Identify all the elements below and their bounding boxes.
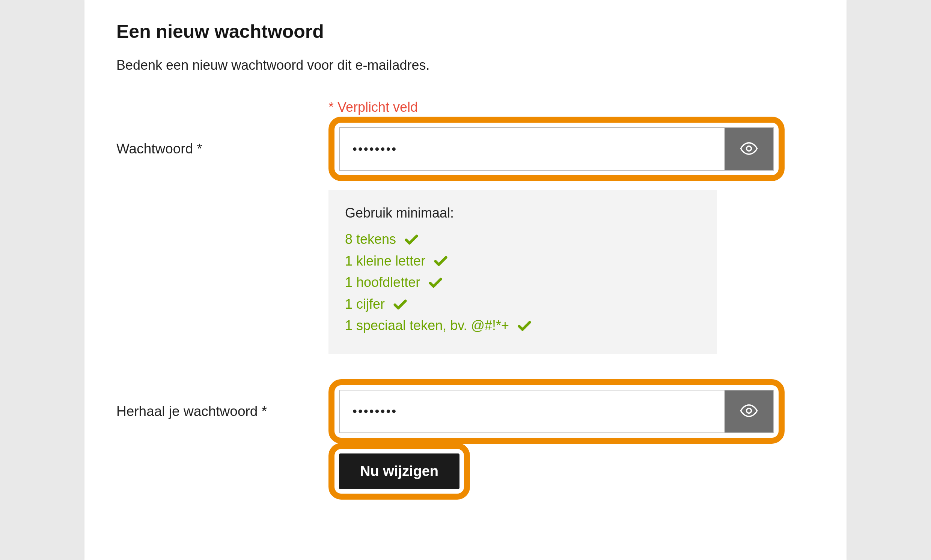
repeat-password-highlight xyxy=(329,379,784,444)
password-row: Wachtwoord * xyxy=(116,117,815,181)
repeat-password-label: Herhaal je wachtwoord * xyxy=(116,404,267,419)
password-requirements-box: Gebruik minimaal: 8 tekens 1 kleine lett… xyxy=(329,190,717,354)
requirement-text: 1 hoofdletter xyxy=(345,272,420,293)
svg-point-1 xyxy=(747,408,752,413)
eye-icon xyxy=(739,401,759,422)
form-area: * Verplicht veld Wachtwoord * xyxy=(116,99,815,500)
check-icon xyxy=(428,275,443,290)
page-title: Een nieuw wachtwoord xyxy=(116,21,815,42)
password-label: Wachtwoord * xyxy=(116,141,202,156)
toggle-password-visibility-button[interactable] xyxy=(724,128,774,170)
submit-highlight: Nu wijzigen xyxy=(329,443,470,500)
check-icon xyxy=(403,231,419,247)
requirement-item: 1 kleine letter xyxy=(345,250,701,272)
page-subtitle: Bedenk een nieuw wachtwoord voor dit e-m… xyxy=(116,57,815,73)
password-form-card: Een nieuw wachtwoord Bedenk een nieuw wa… xyxy=(85,0,846,560)
submit-button[interactable]: Nu wijzigen xyxy=(339,454,460,489)
requirements-list: 8 tekens 1 kleine letter 1 xyxy=(345,228,701,337)
svg-point-0 xyxy=(747,146,752,151)
check-icon xyxy=(517,318,532,334)
repeat-password-row: Herhaal je wachtwoord * xyxy=(116,379,815,444)
submit-row: Nu wijzigen xyxy=(116,443,815,500)
requirement-text: 1 kleine letter xyxy=(345,250,425,272)
toggle-repeat-password-visibility-button[interactable] xyxy=(724,391,774,432)
requirement-item: 8 tekens xyxy=(345,228,701,250)
repeat-password-input[interactable] xyxy=(340,391,724,432)
password-input-group xyxy=(339,127,774,171)
eye-icon xyxy=(739,139,759,159)
requirement-text: 8 tekens xyxy=(345,228,396,250)
requirements-heading: Gebruik minimaal: xyxy=(345,205,701,221)
password-input[interactable] xyxy=(340,128,724,170)
password-highlight xyxy=(329,117,784,181)
check-icon xyxy=(392,296,408,312)
requirement-item: 1 hoofdletter xyxy=(345,272,701,293)
requirement-text: 1 speciaal teken, bv. @#!*+ xyxy=(345,315,509,337)
required-field-note: * Verplicht veld xyxy=(329,99,418,115)
requirement-item: 1 speciaal teken, bv. @#!*+ xyxy=(345,315,701,337)
requirement-item: 1 cijfer xyxy=(345,293,701,315)
check-icon xyxy=(433,253,449,269)
repeat-password-input-group xyxy=(339,390,774,433)
requirement-text: 1 cijfer xyxy=(345,293,385,315)
